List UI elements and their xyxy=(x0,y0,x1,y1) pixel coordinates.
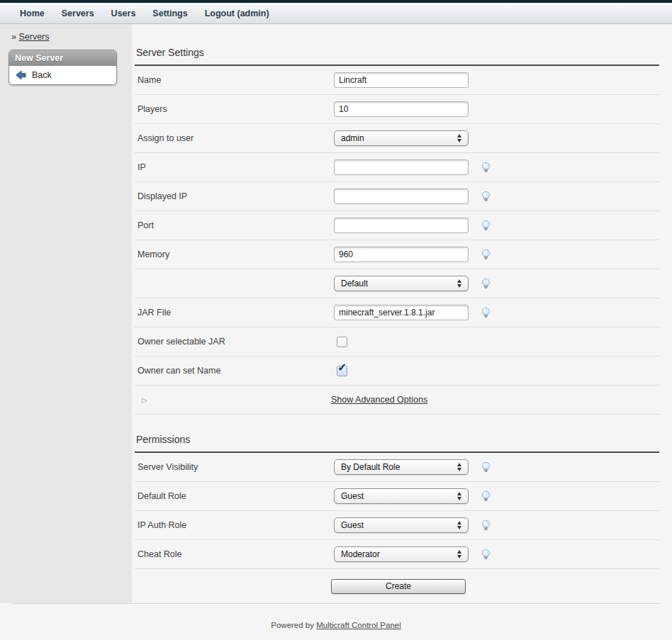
footer: Powered by Multicraft Control Panel xyxy=(13,603,659,629)
field-label-memory: Memory xyxy=(135,249,334,259)
create-button[interactable]: Create xyxy=(331,579,466,594)
form-row-owner-can-set-name: Owner can set Name✓ xyxy=(135,357,659,386)
form-row-assign-to-user: Assign to useradmin xyxy=(135,124,659,153)
field-label-ip: IP xyxy=(135,162,334,172)
selected-value: Default xyxy=(341,279,368,288)
select-arrows-icon xyxy=(457,279,461,288)
form-row-displayed-ip: Displayed IP xyxy=(135,182,659,211)
create-button-row: Create xyxy=(135,569,659,603)
help-bulb-icon[interactable] xyxy=(481,191,491,202)
breadcrumb: » Servers xyxy=(0,24,132,42)
section-title-server-settings: Server Settings xyxy=(135,47,659,58)
ip-auth-role-select[interactable]: Guest xyxy=(334,517,469,533)
selected-value: Moderator xyxy=(341,549,380,559)
field-label-owner-selectable-jar: Owner selectable JAR xyxy=(135,337,334,347)
checkmark-icon: ✓ xyxy=(337,362,347,374)
field-label-cheat-role: Cheat Role xyxy=(135,549,334,559)
new-server-panel: New Server Back xyxy=(9,50,117,85)
form-row: Default xyxy=(135,269,659,298)
help-bulb-icon[interactable] xyxy=(481,249,491,260)
name-input[interactable] xyxy=(334,72,469,88)
content-area: » Servers New Server Back Server Setting… xyxy=(0,24,672,603)
server-visibility-select[interactable]: By Default Role xyxy=(334,459,469,475)
displayed-ip-input[interactable] xyxy=(334,189,469,204)
nav-item-logout-admin[interactable]: Logout (admin) xyxy=(205,9,269,18)
form-row-name: Name xyxy=(135,66,659,95)
select-arrows-icon xyxy=(457,521,461,529)
nav-item-home[interactable]: Home xyxy=(20,9,45,18)
form-row-memory: Memory xyxy=(135,240,659,269)
multicraft-link[interactable]: Multicraft Control Panel xyxy=(316,621,401,629)
help-bulb-icon[interactable] xyxy=(481,490,491,502)
jar-file-input[interactable] xyxy=(334,305,469,320)
selected-value: Guest xyxy=(341,491,364,501)
show-advanced-options-link[interactable]: Show Advanced Options xyxy=(331,395,427,405)
port-input[interactable] xyxy=(334,218,469,233)
memory-input[interactable] xyxy=(334,247,469,262)
cheat-role-select[interactable]: Moderator xyxy=(334,546,469,562)
back-button[interactable]: Back xyxy=(9,66,116,84)
field-label-name: Name xyxy=(135,75,334,85)
assign-to-user-select[interactable]: admin xyxy=(334,130,469,146)
help-bulb-icon[interactable] xyxy=(481,307,491,318)
back-arrow-icon xyxy=(15,69,27,81)
help-bulb-icon[interactable] xyxy=(481,162,491,173)
help-bulb-icon[interactable] xyxy=(481,220,491,231)
field-label-displayed-ip: Displayed IP xyxy=(135,191,334,201)
select-arrows-icon xyxy=(457,463,461,471)
form-row-ip: IP xyxy=(135,153,659,182)
sidebar-column: » Servers New Server Back xyxy=(0,24,132,603)
form-row-cheat-role: Cheat RoleModerator xyxy=(135,540,659,569)
selected-value: admin xyxy=(341,133,364,143)
form-column: Server SettingsNamePlayersAssign to user… xyxy=(132,24,672,603)
panel-title: New Server xyxy=(9,50,116,66)
help-bulb-icon[interactable] xyxy=(481,549,491,560)
form-row-jar-file: JAR File xyxy=(135,298,659,327)
field-label-default-role: Default Role xyxy=(135,491,334,501)
form-row-players: Players xyxy=(135,95,659,124)
field-label-server-visibility: Server Visibility xyxy=(135,462,334,472)
form-row-default-role: Default RoleGuest xyxy=(135,482,659,511)
breadcrumb-prefix: » xyxy=(11,32,16,42)
back-label: Back xyxy=(32,70,52,80)
selected-value: By Default Role xyxy=(341,462,400,472)
section-title-permissions: Permissions xyxy=(135,434,659,445)
form-row: ▷Show Advanced Options xyxy=(135,386,659,415)
field-label-jar-file: JAR File xyxy=(135,308,334,318)
owner-can-set-name-checkbox[interactable]: ✓ xyxy=(337,366,347,376)
help-bulb-icon[interactable] xyxy=(481,278,491,289)
powered-by-label: Powered by xyxy=(271,621,314,629)
selected-value: Guest xyxy=(341,520,364,530)
players-input[interactable] xyxy=(334,101,469,117)
help-bulb-icon[interactable] xyxy=(481,520,491,531)
nav-item-users[interactable]: Users xyxy=(111,9,136,18)
form-row-owner-selectable-jar: Owner selectable JAR xyxy=(135,327,659,357)
select-arrows-icon xyxy=(457,134,461,142)
select-arrows-icon xyxy=(457,492,461,500)
advanced-toggle-icon: ▷ xyxy=(142,396,331,404)
main-navbar: HomeServersUsersSettingsLogout (admin) xyxy=(0,3,672,24)
form-row-port: Port xyxy=(135,211,659,240)
owner-selectable-jar-checkbox[interactable] xyxy=(337,337,347,347)
default-select[interactable]: Default xyxy=(334,276,469,291)
footer-text: Powered by Multicraft Control Panel xyxy=(13,604,659,629)
field-label-owner-can-set-name: Owner can set Name xyxy=(135,366,334,376)
help-bulb-icon[interactable] xyxy=(481,461,491,473)
default-role-select[interactable]: Guest xyxy=(334,488,469,504)
form-row-server-visibility: Server VisibilityBy Default Role xyxy=(135,453,659,482)
select-arrows-icon xyxy=(457,550,461,558)
field-label-port: Port xyxy=(135,220,334,230)
ip-input[interactable] xyxy=(334,159,469,175)
nav-item-servers[interactable]: Servers xyxy=(62,9,94,18)
field-label-players: Players xyxy=(135,104,334,114)
field-label-assign-to-user: Assign to user xyxy=(135,133,334,143)
form-row-ip-auth-role: IP Auth RoleGuest xyxy=(135,511,659,540)
breadcrumb-servers-link[interactable]: Servers xyxy=(18,32,49,42)
nav-item-settings[interactable]: Settings xyxy=(152,9,187,18)
field-label-ip-auth-role: IP Auth Role xyxy=(135,520,334,530)
